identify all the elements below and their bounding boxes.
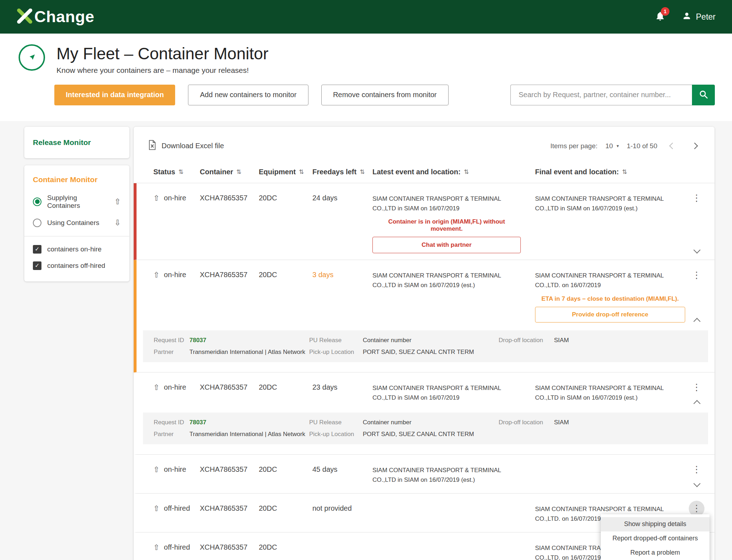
container-number: XCHA7865357	[200, 383, 259, 405]
chat-with-partner-button[interactable]: Chat with partner	[372, 237, 521, 253]
pickup-location-value: PORT SAID, SUEZ CANAL CNTR TERM	[363, 431, 499, 438]
provide-dropoff-reference-button[interactable]: Provide drop-off reference	[535, 307, 685, 322]
table-row: ⇧ on-hire XCHA7865357 20DC 24 days SIAM …	[134, 183, 714, 260]
previous-page-button[interactable]	[665, 139, 679, 153]
next-page-button[interactable]	[687, 139, 702, 153]
partner-label: Partner	[154, 431, 189, 438]
final-event-text: SIAM CONTAINER TRANSPORT & TERMINAL CO.,…	[535, 383, 685, 402]
request-id-value[interactable]: 78037	[189, 419, 309, 426]
status-cell: ⇧ off-hired	[153, 543, 200, 560]
table-row: ⇧ on-hire XCHA7865357 20DC 45 days SIAM …	[134, 455, 714, 494]
header-label: Status	[153, 168, 175, 176]
sort-icon: ⇅	[360, 168, 365, 176]
sort-header-final-event[interactable]: Final event and location: ⇅	[535, 168, 699, 176]
download-excel-button[interactable]: Download Excel file	[148, 140, 224, 152]
items-per-page-label: Items per page:	[550, 142, 598, 150]
data-integration-button[interactable]: Interested in data integration	[54, 85, 175, 105]
using-containers-label: Using Containers	[47, 219, 99, 227]
freedays-left: not provided	[312, 504, 372, 526]
on-hire-icon: ⇧	[153, 194, 160, 202]
sort-header-status[interactable]: Status ⇅	[153, 168, 200, 176]
status-label: on-hire	[164, 194, 186, 202]
header-label: Container	[200, 168, 233, 176]
row-actions-kebab-icon[interactable]: ⋮	[689, 267, 704, 283]
freedays-left: 3 days	[312, 271, 372, 322]
status-label: on-hire	[164, 383, 186, 391]
search-button[interactable]	[692, 85, 715, 105]
notifications-button[interactable]: 1	[655, 10, 666, 23]
sort-header-container[interactable]: Container ⇅	[200, 168, 259, 176]
sidebar-item-container-monitor[interactable]: Container Monitor	[33, 175, 121, 184]
status-label: off-hired	[164, 504, 190, 512]
pu-release-label: PU Release	[309, 419, 363, 426]
latest-event-cell: SIAM CONTAINER TRANSPORT & TERMINAL CO.,…	[372, 465, 535, 487]
checkbox-checked-icon: ✓	[33, 245, 41, 254]
pu-release-value: Container number	[363, 419, 499, 426]
download-excel-label: Download Excel file	[162, 142, 224, 150]
remove-containers-button[interactable]: Remove containers from monitor	[321, 85, 449, 105]
row-actions-kebab-icon[interactable]: ⋮	[689, 190, 704, 206]
pickup-location-label: Pick-up Location	[309, 349, 363, 356]
topbar: Change 1 Peter	[0, 0, 732, 34]
status-cell: ⇧ on-hire	[153, 271, 200, 322]
container-monitor-table-card: Download Excel file Items per page: 10 ▾…	[134, 127, 714, 560]
add-containers-button[interactable]: Add new containers to monitor	[188, 85, 308, 105]
release-monitor-label: Release Monitor	[33, 138, 91, 146]
search-input[interactable]	[510, 85, 692, 105]
release-detail-panel: Request ID 78037 PU Release Container nu…	[143, 330, 708, 362]
release-detail-panel: Request ID 78037 PU Release Container nu…	[143, 412, 708, 444]
notification-badge: 1	[661, 7, 669, 16]
container-number: XCHA7865357	[200, 194, 259, 253]
final-event-cell: SIAM CONTAINER TRANSPORT & TERMINAL CO.,…	[535, 194, 699, 253]
latest-event-cell	[372, 504, 535, 526]
origin-alert-text: Container is in origin (MIAMI,FL) withou…	[372, 218, 521, 232]
search-bar	[510, 85, 715, 105]
off-hired-icon: ⇧	[153, 504, 160, 512]
request-id-label: Request ID	[154, 337, 189, 344]
xchange-logo[interactable]: Change	[16, 8, 94, 26]
status-cell: ⇧ off-hired	[153, 504, 200, 526]
supplying-containers-radio[interactable]: Supplying Containers ⇧	[33, 194, 121, 210]
menu-item-report-problem[interactable]: Report a problem	[601, 546, 709, 560]
equipment-type: 20DC	[259, 383, 312, 405]
using-containers-radio[interactable]: Using Containers ⇩	[33, 218, 121, 228]
latest-event-text: SIAM CONTAINER TRANSPORT & TERMINAL CO.,…	[372, 383, 521, 402]
row-actions-kebab-icon[interactable]: ⋮	[689, 462, 704, 478]
containers-off-hired-checkbox[interactable]: ✓ containers off-hired	[33, 261, 121, 270]
off-hired-filter-label: containers off-hired	[47, 262, 105, 270]
freedays-left	[312, 543, 372, 560]
on-hire-icon: ⇧	[153, 271, 160, 279]
row-actions-kebab-icon[interactable]: ⋮	[689, 380, 704, 395]
sort-header-latest-event[interactable]: Latest event and location: ⇅	[372, 168, 535, 176]
header-label: Latest event and location:	[372, 168, 461, 176]
final-event-cell: SIAM CONTAINER TRANSPORT & TERMINAL CO.,…	[535, 383, 699, 405]
equipment-type: 20DC	[259, 194, 312, 253]
off-hired-icon: ⇧	[153, 543, 160, 551]
sort-header-freedays[interactable]: Freedays left ⇅	[312, 168, 372, 176]
header-label: Equipment	[259, 168, 296, 176]
container-number: XCHA7865357	[200, 271, 259, 322]
search-icon	[698, 89, 708, 100]
excel-file-icon	[148, 140, 157, 152]
table-toolbar: Download Excel file Items per page: 10 ▾…	[134, 127, 714, 161]
items-per-page-select[interactable]: 10 ▾	[605, 142, 619, 150]
pu-release-label: PU Release	[309, 337, 363, 344]
sort-header-equipment[interactable]: Equipment ⇅	[259, 168, 312, 176]
user-menu[interactable]: Peter	[682, 11, 716, 23]
use-arrow-down-icon: ⇩	[114, 218, 121, 228]
final-event-text: SIAM CONTAINER TRANSPORT & TERMINAL CO.,…	[535, 194, 685, 213]
pickup-location-label: Pick-up Location	[309, 431, 363, 438]
menu-item-show-shipping-details[interactable]: Show shipping details	[601, 517, 709, 531]
containers-on-hire-checkbox[interactable]: ✓ containers on-hire	[33, 245, 121, 254]
sidebar-item-release-monitor[interactable]: Release Monitor	[24, 127, 129, 158]
logo-text: Change	[34, 8, 94, 26]
request-id-value[interactable]: 78037	[189, 337, 309, 344]
final-event-cell	[535, 465, 699, 487]
status-label: on-hire	[164, 465, 186, 474]
pickup-location-value: PORT SAID, SUEZ CANAL CNTR TERM	[363, 349, 499, 356]
status-label: off-hired	[164, 543, 190, 551]
dropoff-location-value: SIAM	[554, 337, 708, 344]
on-hire-filter-label: containers on-hire	[47, 245, 102, 253]
status-cell: ⇧ on-hire	[153, 383, 200, 405]
menu-item-report-dropped-off[interactable]: Report dropped-off containers	[601, 531, 709, 546]
